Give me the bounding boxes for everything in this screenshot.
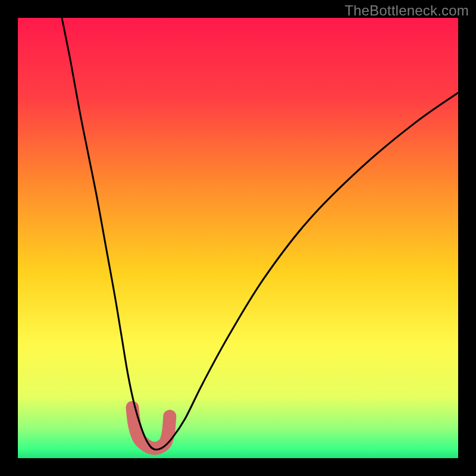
plot-area-bg	[18, 18, 458, 458]
bottleneck-chart	[0, 0, 476, 476]
watermark-text: TheBottleneck.com	[345, 2, 469, 19]
